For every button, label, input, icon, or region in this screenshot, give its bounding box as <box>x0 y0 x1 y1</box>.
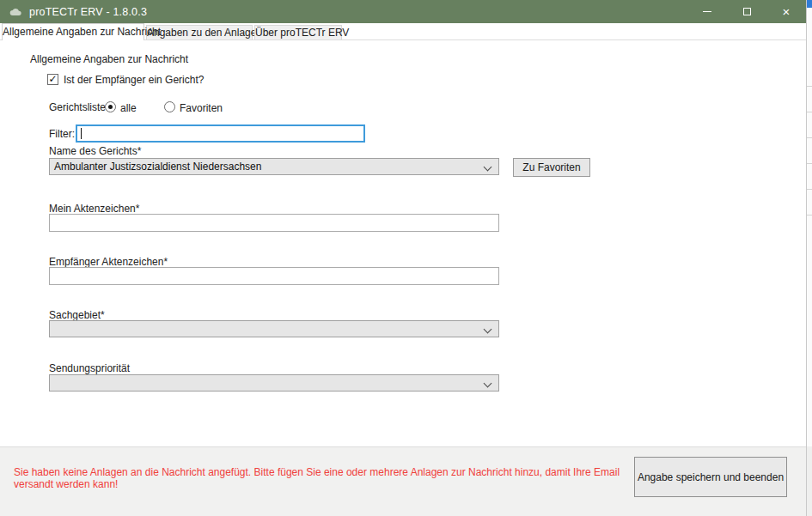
court-name-label: Name des Gerichts* <box>49 145 141 157</box>
window-title: proTECTr ERV - 1.8.0.3 <box>29 6 147 18</box>
filter-input[interactable] <box>76 124 365 143</box>
cloud-app-icon <box>9 7 22 17</box>
radio-alle-label: alle <box>120 102 137 114</box>
background-window-line <box>807 112 812 112</box>
radio-favoriten-label: Favoriten <box>180 102 223 114</box>
background-window-footer-fragment <box>807 446 812 516</box>
text-caret <box>81 128 82 139</box>
background-window-line <box>807 215 812 216</box>
court-name-value: Ambulanter Justizsozialdienst Niedersach… <box>54 161 261 173</box>
background-window-line <box>807 163 812 164</box>
close-button[interactable]: × <box>766 0 806 23</box>
background-window-line <box>807 137 812 138</box>
save-and-exit-button[interactable]: Angabe speichern und beenden <box>634 457 787 497</box>
minimize-icon <box>703 11 711 12</box>
priority-label: Sendungspriorität <box>49 362 130 374</box>
radio-favoriten[interactable] <box>164 101 175 112</box>
recipient-reference-input[interactable] <box>49 267 499 285</box>
radio-alle[interactable] <box>105 101 116 112</box>
window-controls: × <box>687 0 806 23</box>
chevron-down-icon <box>484 163 492 172</box>
maximize-icon <box>743 8 751 15</box>
my-reference-label: Mein Aktenzeichen* <box>49 203 139 215</box>
section-heading: Allgemeine Angaben zur Nachricht <box>30 53 188 65</box>
subject-area-label: Sachgebiet* <box>49 309 105 321</box>
maximize-button[interactable] <box>727 0 766 23</box>
background-window-edge <box>806 0 812 516</box>
my-reference-input[interactable] <box>49 214 499 232</box>
filter-label: Filter: <box>49 128 75 140</box>
zu-favoriten-button[interactable]: Zu Favoriten <box>513 158 590 177</box>
priority-select[interactable] <box>49 374 499 392</box>
tab-ueber-protectr[interactable]: Über proTECTr ERV <box>254 25 342 39</box>
background-window-titlebar-fragment <box>807 0 812 8</box>
titlebar: proTECTr ERV - 1.8.0.3 × <box>0 0 806 23</box>
tab-angaben-anlagen[interactable]: Angaben zu den Anlagen <box>146 25 253 39</box>
chevron-down-icon <box>484 325 492 334</box>
court-name-select[interactable]: Ambulanter Justizsozialdienst Niedersach… <box>49 158 499 175</box>
subject-area-select[interactable] <box>49 320 499 337</box>
attachment-warning-text: Sie haben keine Anlagen an die Nachricht… <box>14 466 627 490</box>
background-window-line <box>807 86 812 87</box>
recipient-court-checkbox[interactable]: ✓ <box>47 74 58 85</box>
radio-selected-dot <box>108 105 113 109</box>
minimize-button[interactable] <box>687 0 727 23</box>
court-list-label: Gerichtsliste: <box>49 101 108 113</box>
check-icon: ✓ <box>48 75 58 84</box>
tab-allgemeine-angaben[interactable]: Allgemeine Angaben zur Nachricht <box>2 23 144 40</box>
chevron-down-icon <box>484 379 492 388</box>
recipient-reference-label: Empfänger Aktenzeichen* <box>49 256 168 268</box>
recipient-court-checkbox-label: Ist der Empfänger ein Gericht? <box>64 74 204 86</box>
background-window-line <box>807 189 812 190</box>
close-icon: × <box>783 5 791 18</box>
